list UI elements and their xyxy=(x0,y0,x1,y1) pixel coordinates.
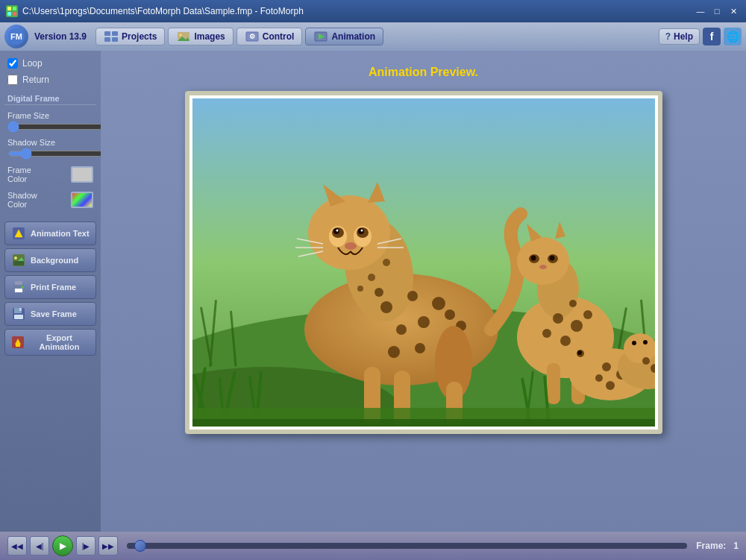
svg-point-61 xyxy=(418,316,430,328)
return-checkbox[interactable] xyxy=(7,75,18,85)
svg-point-21 xyxy=(14,257,17,259)
tab-control[interactable]: ⚙ Control xyxy=(236,28,303,45)
frame-label: Frame: 1 xyxy=(696,541,739,551)
save-frame-button[interactable]: Save Frame xyxy=(4,302,96,326)
export-animation-button[interactable]: Export Animation xyxy=(4,329,96,356)
control-icon: ⚙ xyxy=(245,31,260,43)
globe-icon: 🌐 xyxy=(727,31,739,43)
shadow-size-label: Shadow Size xyxy=(7,138,93,147)
facebook-button[interactable]: f xyxy=(703,28,721,45)
svg-point-73 xyxy=(383,259,390,266)
tab-images[interactable]: Images xyxy=(168,28,233,45)
svg-rect-6 xyxy=(104,31,110,36)
globe-button[interactable]: 🌐 xyxy=(724,28,742,45)
svg-point-57 xyxy=(380,301,392,313)
bottom-bar: ◀◀ ◀| ▶ |▶ ▶▶ Frame: 1 xyxy=(0,532,746,560)
tab-animation[interactable]: Animation xyxy=(305,28,383,45)
return-label: Return xyxy=(22,75,49,85)
svg-point-56 xyxy=(345,242,357,250)
tab-projects[interactable]: Projects xyxy=(95,28,165,45)
progress-track[interactable] xyxy=(127,543,687,549)
rewind-button[interactable]: ◀◀ xyxy=(7,536,27,556)
shadow-color-label: ShadowColor xyxy=(7,191,37,209)
shadow-color-row: ShadowColor xyxy=(4,189,96,211)
print-icon xyxy=(11,280,26,295)
svg-point-60 xyxy=(396,324,407,335)
shadow-size-slider-row: 3 xyxy=(7,148,93,159)
play-button[interactable]: ▶ xyxy=(52,535,73,556)
app-logo: FM xyxy=(4,25,28,48)
prev-button[interactable]: ◀| xyxy=(30,536,49,556)
svg-point-72 xyxy=(368,274,375,281)
svg-rect-30 xyxy=(14,315,23,319)
projects-icon xyxy=(104,31,119,43)
loop-label: Loop xyxy=(22,58,43,69)
svg-rect-9 xyxy=(112,37,118,42)
svg-text:⚙: ⚙ xyxy=(249,33,255,40)
prev-icon: ◀| xyxy=(36,542,44,550)
save-frame-label: Save Frame xyxy=(31,309,77,318)
maximize-button[interactable]: □ xyxy=(710,4,724,18)
preview-area: Animation Preview. xyxy=(101,51,746,532)
svg-point-109 xyxy=(643,340,648,345)
animation-icon xyxy=(313,31,328,43)
svg-point-110 xyxy=(642,357,650,365)
sidebar: Loop Return Digital Frame Frame Size 0 S… xyxy=(0,51,101,532)
print-frame-button[interactable]: Print Frame xyxy=(4,275,96,299)
svg-point-104 xyxy=(606,381,615,390)
save-icon xyxy=(11,306,26,321)
close-button[interactable]: ✕ xyxy=(727,4,740,18)
projects-tab-label: Projects xyxy=(122,31,157,42)
export-animation-label: Export Animation xyxy=(29,333,90,351)
svg-rect-2 xyxy=(7,12,11,16)
app-icon xyxy=(6,5,18,17)
shadow-size-control: Shadow Size 3 xyxy=(4,136,96,160)
frame-color-swatch[interactable] xyxy=(71,166,93,183)
svg-rect-25 xyxy=(15,289,22,292)
loop-row: Loop xyxy=(4,57,96,70)
title-bar-left: C:\Users\1progs\Documents\FotoMorph Data… xyxy=(6,5,304,17)
title-text: C:\Users\1progs\Documents\FotoMorph Data… xyxy=(22,6,304,16)
cheetah-image xyxy=(192,98,655,427)
svg-rect-1 xyxy=(13,7,16,10)
frame-color-row: FrameColor xyxy=(4,163,96,186)
background-button[interactable]: Background xyxy=(4,248,96,272)
svg-point-26 xyxy=(22,286,24,289)
svg-rect-7 xyxy=(112,31,118,36)
svg-point-108 xyxy=(632,341,636,345)
help-label: Help xyxy=(674,31,693,42)
svg-rect-20 xyxy=(13,261,24,265)
svg-point-89 xyxy=(539,265,547,269)
help-button[interactable]: ? Help xyxy=(659,28,700,45)
title-bar: C:\Users\1progs\Documents\FotoMorph Data… xyxy=(0,0,746,22)
forward-button[interactable]: ▶▶ xyxy=(98,536,118,556)
svg-point-64 xyxy=(415,343,425,353)
progress-thumb[interactable] xyxy=(134,540,146,552)
forward-icon: ▶▶ xyxy=(102,542,114,550)
svg-point-66 xyxy=(374,288,383,297)
svg-point-74 xyxy=(357,286,363,292)
rewind-icon: ◀◀ xyxy=(11,542,23,550)
control-tab-label: Control xyxy=(263,31,295,42)
minimize-button[interactable]: — xyxy=(694,4,707,18)
svg-point-63 xyxy=(388,346,400,358)
svg-rect-24 xyxy=(15,281,22,285)
svg-point-62 xyxy=(445,309,455,320)
next-button[interactable]: |▶ xyxy=(76,536,95,556)
shadow-color-swatch[interactable] xyxy=(71,192,93,208)
svg-rect-3 xyxy=(13,12,16,16)
svg-point-58 xyxy=(407,291,418,301)
svg-point-88 xyxy=(549,256,554,261)
frame-size-slider[interactable] xyxy=(7,122,104,132)
svg-point-107 xyxy=(624,333,655,363)
svg-point-87 xyxy=(530,256,536,261)
svg-point-93 xyxy=(542,329,551,338)
animation-tab-label: Animation xyxy=(331,31,375,42)
svg-point-94 xyxy=(583,310,592,319)
svg-point-82 xyxy=(517,237,569,285)
shadow-size-slider[interactable] xyxy=(7,148,104,159)
svg-point-99 xyxy=(567,339,609,377)
svg-point-92 xyxy=(560,336,571,346)
loop-checkbox[interactable] xyxy=(7,58,18,69)
animation-text-button[interactable]: Animation Text xyxy=(4,221,96,245)
